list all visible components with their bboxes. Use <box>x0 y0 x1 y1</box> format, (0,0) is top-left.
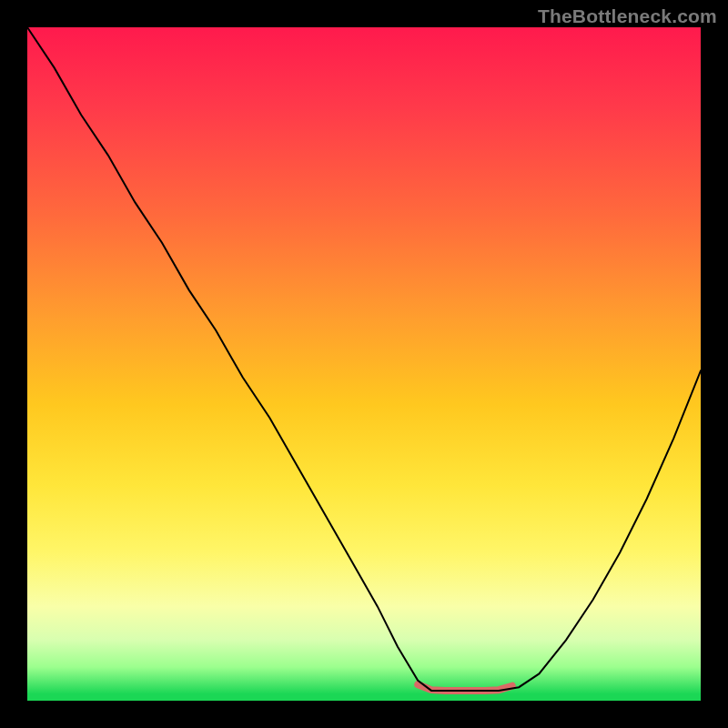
chart-stage: TheBottleneck.com <box>0 0 728 728</box>
watermark-label: TheBottleneck.com <box>538 5 717 27</box>
plot-area <box>27 27 701 701</box>
curve-layer <box>27 27 701 701</box>
main-curve <box>27 27 701 691</box>
